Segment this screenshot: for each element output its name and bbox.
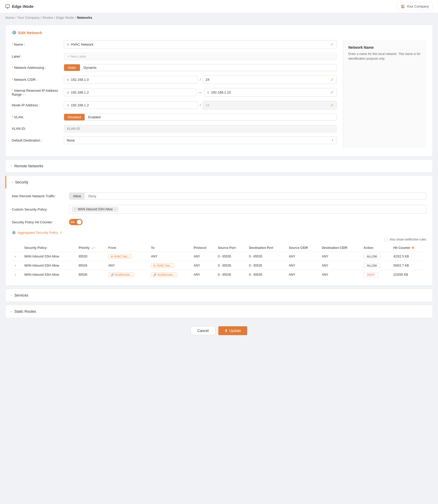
row3-protocol: ANY — [191, 270, 215, 279]
remote-networks-header[interactable]: › Remote Networks — [5, 160, 433, 172]
traffic-allow-btn[interactable]: Allow — [69, 193, 85, 199]
row2-dst-port: 0 - 65535 — [246, 261, 286, 270]
vlan-id-wrapper[interactable] — [64, 125, 337, 132]
row1-expand[interactable]: + — [12, 252, 22, 261]
policy-tag-text: WAN Inbound SSH Allow — [78, 207, 113, 211]
hit-counter-gear-icon[interactable]: ⚙ — [411, 246, 414, 250]
network-tag-icon: 🔗 — [111, 273, 114, 276]
th-src-port: Source Port — [215, 244, 246, 252]
dest-label: Default Destination : — [12, 138, 64, 142]
ineffective-checkbox[interactable] — [384, 238, 388, 241]
table-row: + WAN Inbound SSH Allow 65535 🔗 AnyRemot… — [12, 270, 426, 279]
edit-network-icon: ⚙️ — [12, 30, 17, 35]
breadcrumb-edge-inode[interactable]: Edge iNode — [56, 16, 74, 20]
reserved-to-input[interactable] — [211, 90, 329, 94]
new-label-button[interactable]: + New Label — [64, 53, 337, 60]
name-input[interactable] — [71, 42, 329, 46]
dest-select-wrapper[interactable]: None ▼ — [64, 137, 337, 144]
row1-action: ALLOW — [361, 252, 391, 261]
company-badge[interactable]: 🏠 Your Company — [397, 3, 433, 10]
vlan-toggle-group: Disabled Enabled — [64, 114, 337, 121]
policy-tag-remove[interactable]: × — [114, 208, 116, 211]
addressing-control: Static Dynamic — [64, 64, 337, 71]
dest-control: None ▼ — [64, 137, 337, 144]
name-label: * Name : — [12, 42, 64, 46]
cidr-ip-input[interactable] — [71, 78, 195, 82]
security-header[interactable]: ‹ Security — [5, 176, 433, 188]
th-protocol: Protocol — [191, 244, 215, 252]
breadcrumb-inodes[interactable]: iNodes — [42, 16, 53, 20]
row3-action: DENY — [361, 270, 391, 279]
row2-src-port: 0 - 65535 — [215, 261, 246, 270]
cidr-mask-input[interactable] — [206, 78, 329, 82]
addressing-static-btn[interactable]: Static — [64, 64, 80, 71]
traffic-toggle-group: Allow Deny — [69, 193, 426, 200]
cidr-mask-wrapper[interactable]: ✓ — [203, 75, 337, 84]
row2-action-badge: ALLOW — [363, 263, 380, 268]
info-panel: Network Name Enter a name for this local… — [343, 40, 426, 148]
name-input-wrapper[interactable]: ⊞ ✓ — [64, 40, 337, 49]
bottom-actions: Cancel ⬆ Update — [5, 321, 433, 340]
inode-ip-input[interactable] — [71, 103, 195, 107]
addressing-toggle-group: Static Dynamic — [64, 64, 337, 71]
inode-ip-wrapper[interactable]: ⊞ — [64, 101, 198, 109]
breadcrumb-company[interactable]: Your Company — [17, 16, 40, 20]
reserved-to-icon: ⊞ — [207, 91, 209, 94]
th-to: To — [148, 244, 191, 252]
row3-expand[interactable]: + — [12, 270, 22, 279]
row1-dst-port: 0 - 65535 — [246, 252, 286, 261]
house-icon: 🏠 — [401, 4, 405, 8]
dest-select[interactable]: None — [67, 138, 330, 142]
aggregated-verify-icon: ✓ — [60, 230, 63, 235]
inode-cidr-row: ⊞ / ✓ — [64, 101, 337, 109]
vlan-control: Disabled Enabled — [64, 114, 337, 121]
aggregated-link[interactable]: ⚙️ Aggregated Security Policy ✓ — [12, 230, 426, 235]
vlan-disabled-btn[interactable]: Disabled — [64, 114, 85, 120]
reserved-valid-icon: ✓ — [330, 90, 334, 95]
th-dst-cidr: Destination CIDR — [319, 244, 361, 252]
security-label: Security — [15, 180, 28, 184]
row1-hit-counter: 423/2.5 KB — [391, 252, 426, 261]
row2-expand[interactable]: + — [12, 261, 22, 270]
label-control: + New Label — [64, 53, 337, 60]
ip-range-row: ⊞ — ⊞ ✓ — [64, 88, 337, 97]
vlan-id-input[interactable] — [67, 127, 334, 131]
breadcrumb-home[interactable]: Home — [5, 16, 14, 20]
inode-mask-input — [206, 103, 329, 107]
reserved-to-wrapper[interactable]: ⊞ ✓ — [204, 88, 337, 97]
hit-counter-control: On — [69, 219, 426, 225]
th-action: Action — [361, 244, 391, 252]
row3-action-badge: DENY — [363, 272, 378, 277]
vlan-enabled-btn[interactable]: Enabled — [85, 114, 104, 120]
row2-priority: 65534 — [76, 261, 106, 270]
th-from: From — [106, 244, 149, 252]
cidr-ip-icon: ⊞ — [67, 78, 69, 82]
expand-plus-icon[interactable]: + — [14, 273, 16, 277]
hit-counter-toggle[interactable]: On — [69, 219, 83, 225]
expand-plus-icon[interactable]: + — [14, 263, 16, 268]
reserved-from-input[interactable] — [71, 90, 194, 94]
th-src-cidr: Source CIDR — [286, 244, 319, 252]
addressing-dynamic-btn[interactable]: Dynamic — [80, 64, 101, 71]
cidr-row: * Network CIDR : ⊞ / — [12, 75, 337, 84]
traffic-deny-btn[interactable]: Deny — [85, 193, 100, 199]
main-content: ⚙️ Edit Network * Name : ⊞ — [0, 22, 438, 348]
reserved-control: ⊞ — ⊞ ✓ — [64, 88, 337, 97]
cidr-control: ⊞ / ✓ — [64, 75, 337, 84]
policy-tags-wrapper[interactable]: 🛡 WAN Inbound SSH Allow × — [69, 205, 426, 214]
expand-plus-icon[interactable]: + — [14, 254, 16, 259]
dest-row: Default Destination : None ▼ — [12, 137, 337, 144]
remote-networks-chevron: › — [11, 164, 12, 168]
static-routes-header[interactable]: › Static Routes — [5, 305, 433, 318]
cancel-button[interactable]: Cancel — [191, 326, 215, 335]
security-card: ‹ Security Inter Remote Network Traffic:… — [5, 176, 433, 286]
services-header[interactable]: › Services — [5, 289, 433, 302]
static-routes-label: Static Routes — [14, 309, 36, 314]
cidr-ip-input-wrapper[interactable]: ⊞ — [64, 76, 198, 83]
table-row: + WAN Inbound SSH Allow 65534 ANY ⚙ HVAC… — [12, 261, 426, 270]
inode-ip-icon: ⊞ — [67, 103, 69, 107]
reserved-from-wrapper[interactable]: ⊞ — [64, 89, 196, 96]
update-button[interactable]: ⬆ Update — [218, 326, 247, 335]
priority-sort-icon[interactable]: ▲▼ — [91, 247, 95, 249]
row3-src-port: 0 - 65535 — [215, 270, 246, 279]
